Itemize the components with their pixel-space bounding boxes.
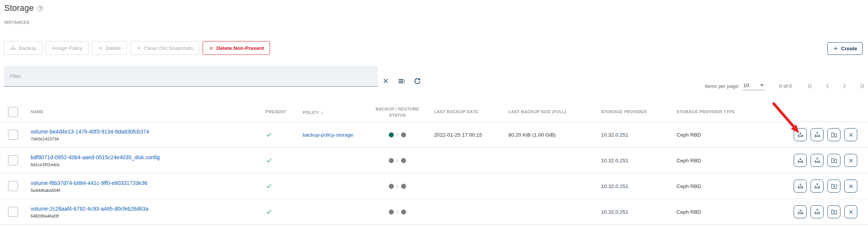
col-header-name[interactable]: NAME [31, 109, 44, 114]
storage-provider-type: Ceph RBD [676, 132, 701, 138]
filter-input[interactable] [4, 66, 378, 86]
row-restore-button[interactable] [811, 128, 824, 141]
instance-name-link[interactable]: volume-2c28aaf4-6792-4c93-a485-d0cfeb26d… [31, 206, 148, 212]
row-delete-button[interactable] [844, 128, 857, 141]
restore-status-dot[interactable] [401, 158, 406, 163]
row-restore-to-folder-button[interactable] [827, 180, 840, 193]
row-restore-to-folder-button[interactable] [827, 205, 840, 218]
filter-box [4, 66, 378, 87]
row-actions [794, 199, 863, 224]
row-backup-button[interactable] [794, 154, 807, 167]
restore-status-dot[interactable] [401, 210, 406, 214]
row-actions [794, 173, 863, 199]
row-delete-button[interactable] [844, 205, 857, 218]
page-title: Storage [4, 3, 34, 13]
clean-old-snapshots-button[interactable]: Clean Old Snapshots [130, 41, 199, 55]
backup-button[interactable]: Backup [4, 41, 42, 55]
row-actions [794, 122, 863, 147]
assign-policy-button[interactable]: Assign Policy [46, 41, 88, 55]
backup-status-dot[interactable] [389, 158, 394, 163]
backup-restore-status: / [373, 173, 421, 199]
pager-controls [807, 82, 865, 90]
row-restore-button[interactable] [811, 205, 824, 218]
select-all-checkbox[interactable] [8, 107, 18, 117]
chevron-down-icon [760, 84, 764, 86]
row-backup-button[interactable] [794, 128, 807, 141]
instance-name-link[interactable]: volume-be4d4e13-1476-40f3-9134-8da830fcb… [31, 129, 149, 135]
backup-restore-status: / [373, 148, 421, 173]
help-icon[interactable]: ? [37, 5, 43, 12]
backup-status-dot[interactable] [389, 184, 394, 189]
restore-status-dot[interactable] [401, 184, 406, 189]
folder-up-icon [830, 131, 838, 139]
filter-list-button[interactable] [397, 76, 406, 86]
col-header-present[interactable]: PRESENT [265, 109, 286, 114]
row-restore-button[interactable] [811, 154, 824, 167]
x-icon [848, 157, 854, 164]
backup-icon [797, 208, 804, 216]
table-row: bdf9071d-0952-40b4-aaed-0515c24e4035_dis… [0, 148, 868, 173]
prev-page-button[interactable] [824, 82, 832, 90]
backup-status-dot[interactable] [389, 132, 394, 137]
restore-icon [814, 183, 821, 190]
table-header: NAME PRESENT POLICY↓ BACKUP / RESTORE ST… [0, 103, 868, 122]
next-page-button[interactable] [841, 82, 848, 90]
x-icon [136, 46, 141, 51]
row-restore-button[interactable] [811, 180, 824, 193]
clear-filter-button[interactable] [381, 76, 390, 86]
col-header-storage-provider[interactable]: STORAGE PROVIDER [601, 109, 647, 114]
row-checkbox[interactable] [8, 155, 18, 165]
pagination-bar: Items per page: 10 0 of 0 [705, 82, 865, 90]
bulk-actions-toolbar: Backup Assign Policy Delete Clean Old Sn… [4, 41, 270, 55]
create-button[interactable]: Create [827, 42, 863, 55]
instance-name-link[interactable]: volume-f6b37d74-b884-441c-9ff0-e8033172d… [31, 180, 147, 186]
col-header-status[interactable]: BACKUP / RESTORE STATUS [373, 106, 421, 118]
folder-up-icon [830, 157, 838, 164]
col-header-policy[interactable]: POLICY↓ [303, 109, 323, 115]
x-icon [209, 46, 214, 51]
row-backup-button[interactable] [794, 205, 807, 218]
last-backup-size: 80.20 KiB (1.00 GiB) [508, 132, 556, 138]
delete-button[interactable]: Delete [92, 41, 127, 55]
delete-non-present-button[interactable]: Delete Non-Present [203, 41, 270, 55]
instance-id: 5a4dd6aba504f [31, 188, 60, 193]
instance-name-link[interactable]: bdf9071d-0952-40b4-aaed-0515c24e4035_dis… [31, 154, 160, 160]
backup-icon [797, 183, 804, 190]
restore-status-dot[interactable] [401, 132, 406, 137]
first-page-button[interactable] [807, 82, 815, 90]
row-actions [794, 148, 863, 173]
row-restore-to-folder-button[interactable] [827, 128, 840, 141]
last-page-icon [858, 82, 865, 90]
col-header-last-backup-date[interactable]: LAST BACKUP DATE [434, 109, 478, 114]
page-range-label: 0 of 0 [779, 83, 792, 89]
storage-provider: 10.32.0.251 [601, 132, 628, 138]
backup-restore-status: / [373, 122, 421, 147]
items-per-page-select[interactable]: 10 [742, 82, 765, 90]
last-page-button[interactable] [858, 82, 865, 90]
row-checkbox[interactable] [8, 130, 18, 140]
restore-icon [814, 157, 821, 164]
row-checkbox[interactable] [8, 207, 18, 217]
row-delete-button[interactable] [844, 154, 857, 167]
items-per-page-label: Items per page: [705, 83, 739, 89]
status-separator: / [397, 183, 398, 189]
present-check-icon [265, 208, 272, 215]
col-header-storage-provider-type[interactable]: STORAGE PROVIDER TYPE [676, 109, 735, 114]
x-icon [848, 209, 854, 215]
row-checkbox[interactable] [8, 181, 18, 191]
x-icon [98, 46, 103, 51]
row-delete-button[interactable] [844, 180, 857, 193]
storage-provider: 10.32.0.251 [601, 183, 628, 189]
policy-link[interactable]: backup-policy-storage [303, 132, 353, 138]
col-header-last-backup-size[interactable]: LAST BACKUP SIZE (FULL) [508, 109, 567, 114]
refresh-button[interactable] [413, 76, 422, 86]
first-page-icon [807, 82, 814, 90]
sort-desc-icon: ↓ [321, 109, 323, 115]
chevron-right-icon [841, 82, 848, 90]
row-restore-to-folder-button[interactable] [827, 154, 840, 167]
row-backup-button[interactable] [794, 180, 807, 193]
instances-section-label: INSTANCES [4, 20, 29, 25]
storage-provider-type: Ceph RBD [676, 209, 701, 215]
backup-status-dot[interactable] [389, 210, 394, 214]
backup-icon [797, 131, 804, 139]
